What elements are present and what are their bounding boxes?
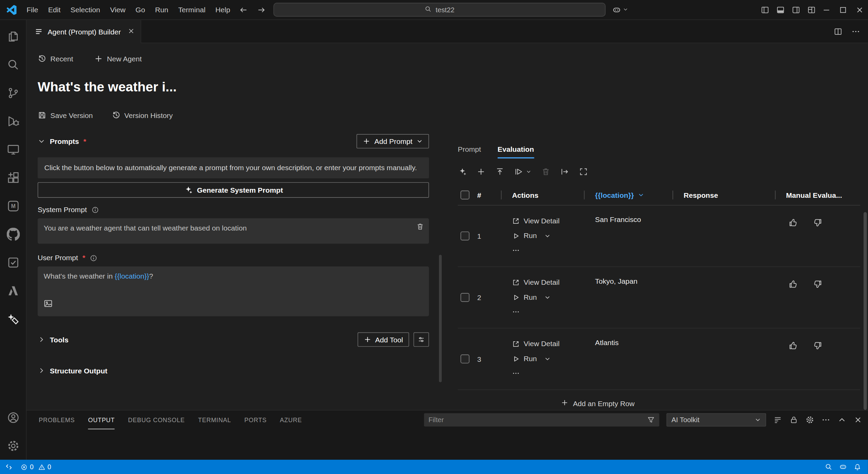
filter-input[interactable] — [428, 416, 644, 424]
export-icon[interactable] — [560, 167, 569, 176]
close-tab-icon[interactable] — [127, 27, 135, 36]
row-more-icon[interactable] — [512, 308, 559, 316]
copilot-menu-button[interactable] — [612, 5, 628, 14]
run-row-button[interactable]: Run — [512, 293, 559, 301]
activity-github[interactable] — [0, 220, 26, 248]
menu-edit[interactable]: Edit — [44, 3, 65, 16]
panel-tab-azure[interactable]: AZURE — [280, 411, 302, 429]
recent-button[interactable]: Recent — [37, 54, 73, 63]
thumbs-down-icon[interactable] — [812, 218, 822, 229]
view-detail-button[interactable]: View Detail — [512, 217, 559, 225]
generate-data-icon[interactable] — [458, 167, 467, 176]
lock-scroll-icon[interactable] — [789, 415, 798, 424]
version-history-button[interactable]: Version History — [111, 111, 172, 120]
minimize-button[interactable] — [818, 0, 835, 20]
tab-evaluation[interactable]: Evaluation — [498, 145, 534, 159]
view-detail-button[interactable]: View Detail — [512, 340, 559, 348]
thumbs-up-icon[interactable] — [788, 341, 798, 352]
select-all-checkbox[interactable] — [460, 191, 469, 199]
panel-tab-terminal[interactable]: TERMINAL — [198, 411, 231, 429]
split-editor-icon[interactable] — [834, 27, 842, 36]
add-tool-button[interactable]: Add Tool — [357, 332, 409, 347]
toggle-secondary-sidebar-icon[interactable] — [792, 5, 801, 14]
delete-rows-icon[interactable] — [542, 167, 550, 176]
location-cell[interactable]: Tokyo, Japan — [584, 267, 673, 328]
menu-file[interactable]: File — [22, 3, 43, 16]
navigate-forward-icon[interactable] — [257, 5, 266, 14]
user-prompt-input[interactable]: What's the weather in {{location}}? — [37, 266, 429, 316]
run-row-button[interactable]: Run — [512, 232, 559, 240]
menu-view[interactable]: View — [106, 3, 130, 16]
run-all-button[interactable] — [514, 167, 531, 176]
row-checkbox[interactable] — [460, 355, 469, 364]
activity-teams-toolkit[interactable] — [0, 248, 26, 277]
import-dataset-icon[interactable] — [496, 167, 504, 176]
activity-azure[interactable] — [0, 277, 26, 305]
thumbs-up-icon[interactable] — [788, 279, 798, 291]
thumbs-down-icon[interactable] — [812, 279, 822, 291]
column-location[interactable]: {{location}} — [584, 185, 673, 205]
row-more-icon[interactable] — [512, 369, 559, 377]
expand-icon[interactable] — [579, 167, 588, 176]
menu-terminal[interactable]: Terminal — [174, 3, 210, 16]
row-more-icon[interactable] — [512, 247, 559, 254]
output-view-icon[interactable] — [773, 415, 782, 424]
structure-output-section-header[interactable]: Structure Output — [37, 363, 429, 378]
copilot-status[interactable] — [836, 460, 850, 474]
tool-settings-button[interactable] — [413, 332, 429, 347]
add-prompt-button[interactable]: Add Prompt — [357, 134, 429, 148]
zoom-indicator[interactable] — [821, 460, 836, 474]
attach-image-icon[interactable] — [43, 298, 53, 311]
tools-section-header[interactable]: Tools Add Tool — [37, 332, 429, 347]
thumbs-down-icon[interactable] — [812, 341, 822, 352]
system-prompt-input[interactable]: You are a weather agent that can tell we… — [37, 218, 429, 244]
row-checkbox[interactable] — [460, 232, 469, 240]
response-cell[interactable] — [673, 267, 775, 328]
response-cell[interactable] — [673, 206, 775, 267]
settings-button[interactable] — [0, 431, 26, 460]
menu-run[interactable]: Run — [151, 3, 173, 16]
activity-explorer[interactable] — [0, 22, 26, 50]
output-channel-select[interactable]: AI Toolkit — [667, 413, 766, 427]
remote-indicator[interactable] — [0, 460, 18, 474]
save-version-button[interactable]: Save Version — [37, 111, 93, 120]
gear-icon[interactable] — [805, 415, 814, 424]
more-actions-icon[interactable] — [821, 415, 830, 424]
maximize-panel-icon[interactable] — [838, 415, 847, 424]
tab-prompt[interactable]: Prompt — [458, 145, 481, 159]
activity-source-control[interactable] — [0, 79, 26, 107]
panel-tab-debug-console[interactable]: DEBUG CONSOLE — [128, 411, 185, 429]
row-checkbox[interactable] — [460, 293, 469, 302]
response-cell[interactable] — [673, 328, 775, 389]
run-row-button[interactable]: Run — [512, 355, 559, 363]
new-agent-button[interactable]: New Agent — [94, 54, 141, 63]
info-icon[interactable] — [91, 206, 99, 213]
thumbs-up-icon[interactable] — [788, 218, 798, 229]
activity-m365-toolkit[interactable] — [0, 192, 26, 220]
panel-tab-problems[interactable]: PROBLEMS — [39, 411, 75, 429]
close-panel-icon[interactable] — [854, 415, 863, 424]
menu-go[interactable]: Go — [131, 3, 150, 16]
view-detail-button[interactable]: View Detail — [512, 278, 559, 286]
location-cell[interactable]: San Francisco — [584, 206, 673, 267]
prompts-section-header[interactable]: Prompts * Add Prompt — [37, 134, 429, 148]
maximize-button[interactable] — [835, 0, 851, 20]
location-cell[interactable]: Atlantis — [584, 328, 673, 389]
panel-tab-ports[interactable]: PORTS — [244, 411, 267, 429]
activity-ai-toolkit[interactable] — [0, 305, 26, 333]
close-window-button[interactable] — [851, 0, 868, 20]
tab-agent-prompt-builder[interactable]: Agent (Prompt) Builder — [27, 20, 141, 43]
evaluation-scrollbar[interactable] — [864, 212, 867, 410]
customize-layout-icon[interactable] — [807, 5, 816, 14]
info-icon[interactable] — [90, 254, 97, 262]
add-empty-row-button[interactable]: Add an Empty Row — [458, 390, 635, 410]
delete-system-prompt-icon[interactable] — [416, 223, 424, 233]
menu-help[interactable]: Help — [211, 3, 234, 16]
activity-extensions[interactable] — [0, 163, 26, 192]
activity-run-debug[interactable] — [0, 107, 26, 135]
more-actions-icon[interactable] — [851, 27, 860, 36]
filter-icon[interactable] — [647, 416, 655, 424]
problems-status[interactable]: 0 0 — [18, 460, 54, 474]
accounts-button[interactable] — [0, 403, 26, 431]
toggle-panel-icon[interactable] — [776, 5, 785, 14]
